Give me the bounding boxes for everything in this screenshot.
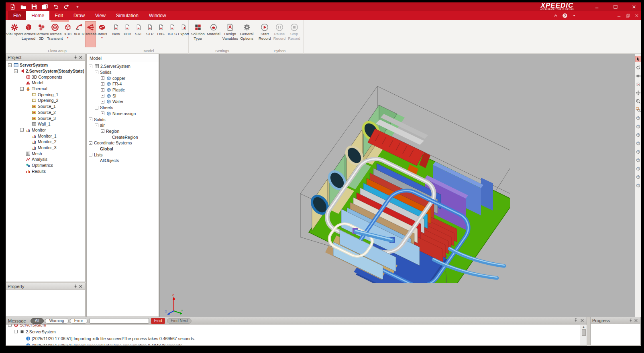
ribbon-button-iges[interactable]: IGES [167, 21, 177, 47]
view-back-icon[interactable] [636, 132, 641, 138]
model-tree-item[interactable]: -Region [87, 128, 159, 134]
project-tree-item[interactable]: 3D Components [6, 74, 85, 80]
expand-icon[interactable]: + [101, 94, 104, 97]
message-filter-warning[interactable]: Warning [45, 318, 69, 324]
save-icon[interactable] [31, 3, 38, 10]
ribbon-button-hermes-layered[interactable]: Hermes Layered [22, 21, 35, 47]
message-search-input[interactable] [90, 318, 149, 324]
expand-icon[interactable]: + [101, 100, 104, 103]
collapse-icon[interactable]: - [89, 141, 92, 145]
menu-tab-draw[interactable]: Draw [68, 11, 90, 20]
3d-viewport[interactable]: Z Y X [159, 54, 635, 317]
ribbon-button-stp[interactable]: STP [145, 21, 155, 47]
collapse-icon[interactable]: - [20, 87, 24, 91]
collapse-icon[interactable]: - [14, 69, 18, 73]
ribbon-button-solution-type[interactable]: Solution Type [190, 21, 205, 47]
collapse-icon[interactable]: - [8, 325, 12, 327]
menu-tab-window[interactable]: Window [144, 11, 171, 20]
close-icon[interactable] [580, 318, 585, 324]
orbit-view-icon[interactable] [636, 73, 641, 79]
ribbon-button-viaexpert[interactable]: ViaExpert [7, 21, 22, 47]
ribbon-button-export[interactable]: Export [178, 21, 189, 47]
project-tree-item[interactable]: -Monitor [6, 127, 85, 133]
model-tree-item[interactable]: +Water [87, 99, 159, 105]
message-tree-item[interactable]: i[2025/11/20 17:06:51] Importing xdb fil… [6, 335, 587, 342]
menu-tab-simulation[interactable]: Simulation [111, 11, 144, 20]
menu-tab-home[interactable]: Home [26, 11, 49, 20]
model-tree-item[interactable]: +copper [87, 75, 159, 81]
close-icon[interactable] [78, 55, 84, 60]
project-tree-item[interactable]: Source_3 [6, 115, 85, 121]
project-tree-item[interactable]: Analysis [6, 156, 85, 162]
ribbon-button-janus[interactable]: Janus▾ [97, 21, 107, 47]
menu-tab-file[interactable]: File [8, 11, 26, 20]
collapse-icon[interactable]: - [89, 118, 92, 121]
ribbon-button-material[interactable]: Material [206, 21, 221, 47]
model-tree-item[interactable]: -Solids [87, 69, 159, 75]
expand-icon[interactable]: + [101, 76, 104, 80]
model-tree-item[interactable]: +Plastic [87, 87, 159, 93]
model-tree-item[interactable]: Global [87, 146, 159, 152]
project-tree-item[interactable]: -ServerSystem [6, 62, 85, 68]
model-tree-item[interactable]: +Si [87, 93, 159, 99]
redo-icon[interactable] [63, 3, 70, 10]
collapse-icon[interactable]: - [101, 129, 104, 133]
ribbon-button-boreas[interactable]: Boreas [85, 21, 96, 47]
maximize-button[interactable] [612, 4, 619, 10]
undo-icon[interactable] [52, 3, 59, 10]
expand-icon[interactable]: + [101, 88, 104, 92]
message-filter-all[interactable]: All [31, 318, 44, 324]
project-tree-item[interactable]: Opening_1 [6, 91, 85, 97]
model-tree-item[interactable]: +None assign [87, 111, 159, 117]
model-tree-item[interactable]: -Lists [87, 152, 159, 158]
view-front-icon[interactable] [636, 124, 641, 129]
project-tree-item[interactable]: Monitor_1 [6, 133, 85, 139]
view-left-icon[interactable] [636, 140, 641, 146]
collapse-icon[interactable]: - [14, 330, 18, 333]
mdi-restore-button[interactable] [625, 13, 631, 19]
menu-tab-edit[interactable]: Edit [49, 11, 68, 20]
view-bottom-icon[interactable] [636, 166, 641, 171]
project-tree-item[interactable]: Results [6, 168, 85, 174]
model-tree-item[interactable]: +FR-4 [87, 81, 159, 87]
view-top-icon[interactable] [636, 157, 641, 163]
ribbon-button-hermes-3d[interactable]: Hermes 3D [35, 21, 47, 47]
zoom-to-center-icon[interactable] [636, 81, 641, 87]
view-iso-icon[interactable] [636, 115, 641, 121]
view-sw-icon[interactable] [636, 183, 641, 188]
close-icon[interactable] [78, 284, 84, 289]
message-tree-item[interactable]: i[2025/11/20 17:06:51] Import succeed!To… [6, 342, 587, 346]
project-tree-item[interactable]: Mesh [6, 150, 85, 156]
model-tree-item[interactable]: -air [87, 122, 159, 128]
expand-icon[interactable]: + [101, 112, 104, 115]
new-file-icon[interactable] [9, 3, 16, 10]
model-tree-item[interactable]: CreateRegion [87, 134, 159, 140]
ribbon-button-general-options[interactable]: General Options [239, 21, 254, 47]
project-tree-item[interactable]: Monitor_3 [6, 145, 85, 151]
project-tree-item[interactable]: -Thermal [6, 86, 85, 92]
message-tree-item[interactable]: -2.ServerSystem [6, 328, 587, 335]
zoom-in-icon[interactable] [636, 98, 641, 104]
view-ne-icon[interactable] [636, 174, 641, 180]
collapse-icon[interactable]: - [89, 65, 92, 68]
project-tree-item[interactable]: Model [6, 80, 85, 86]
model-tree-item[interactable]: -Sheets [87, 105, 159, 111]
collapse-icon[interactable]: - [95, 71, 98, 74]
message-filter-error[interactable]: Error [70, 318, 88, 324]
open-file-icon[interactable] [20, 3, 27, 10]
project-tree-item[interactable]: Opening_2 [6, 97, 85, 103]
message-tree-item[interactable]: -ServerSystem [6, 325, 587, 328]
ribbon-button-stop-record[interactable]: Stop Record [287, 21, 301, 47]
scrollbar-thumb[interactable] [582, 329, 586, 336]
view-right-icon[interactable] [636, 149, 641, 154]
collapse-ribbon-icon[interactable] [552, 13, 558, 19]
ribbon-button-xger[interactable]: XGER [74, 21, 84, 47]
zoom-window-icon[interactable] [636, 107, 641, 112]
help-dropdown-icon[interactable] [571, 13, 577, 19]
dropdown-caret-icon[interactable]: ▾ [67, 37, 69, 39]
select-cursor-icon[interactable] [636, 56, 641, 62]
3d-model-server-system[interactable] [277, 82, 510, 283]
model-tree-item[interactable]: -Solids [87, 116, 159, 122]
menu-tab-view[interactable]: View [90, 11, 111, 20]
ribbon-button-hermes-transient[interactable]: Hermes Transient [48, 21, 62, 47]
